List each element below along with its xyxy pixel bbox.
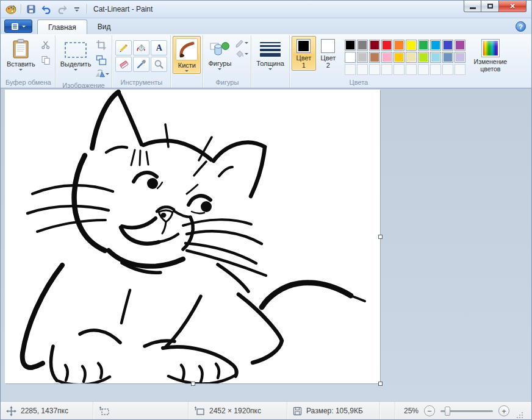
group-colors: Цвет1 Цвет2 Изменение цветов Цвета bbox=[290, 35, 531, 88]
shapes-button[interactable]: Фигуры bbox=[205, 36, 234, 72]
image-size-icon bbox=[194, 406, 205, 416]
shape-fill-button[interactable] bbox=[235, 49, 248, 59]
resize-icon bbox=[96, 55, 107, 66]
copy-icon bbox=[41, 55, 51, 65]
palette-swatch[interactable] bbox=[442, 52, 453, 63]
text-tool-icon: A bbox=[156, 44, 162, 52]
group-label-colors: Цвета bbox=[292, 78, 530, 88]
select-button[interactable]: Выделить bbox=[57, 36, 95, 73]
palette-swatch-empty bbox=[345, 64, 356, 75]
pencil-tool-button[interactable] bbox=[115, 40, 132, 55]
window-controls: ✕ bbox=[464, 1, 527, 12]
magnifier-tool-button[interactable] bbox=[151, 57, 167, 72]
palette-swatch-empty bbox=[442, 64, 453, 75]
color1-button[interactable]: Цвет1 bbox=[292, 36, 316, 71]
canvas-resize-handle-right[interactable] bbox=[378, 235, 383, 239]
palette-swatch[interactable] bbox=[442, 40, 453, 51]
edit-colors-button[interactable]: Изменение цветов bbox=[469, 36, 512, 74]
palette-swatch[interactable] bbox=[455, 52, 466, 63]
group-tools: A Инструменты bbox=[112, 35, 171, 88]
size-button[interactable]: Толщина bbox=[253, 36, 287, 72]
palette-swatch[interactable] bbox=[430, 52, 441, 63]
zoom-slider[interactable] bbox=[440, 410, 493, 412]
shapes-icon bbox=[210, 40, 229, 59]
resize-button[interactable] bbox=[95, 54, 108, 67]
quick-access-toolbar bbox=[4, 3, 88, 15]
redo-button[interactable] bbox=[55, 3, 68, 15]
color1-swatch bbox=[297, 39, 311, 53]
outline-pencil-icon bbox=[235, 38, 245, 48]
title-bar: Cat-Lineart - Paint ✕ bbox=[1, 1, 531, 18]
palette-swatch[interactable] bbox=[345, 52, 356, 63]
help-button[interactable]: ? bbox=[516, 21, 526, 32]
color-picker-tool-button[interactable] bbox=[133, 57, 149, 72]
scissors-icon bbox=[41, 40, 51, 50]
palette-swatch-empty bbox=[381, 64, 392, 75]
palette-swatch[interactable] bbox=[455, 40, 466, 51]
file-size-disk-icon bbox=[293, 407, 302, 416]
zoom-out-button[interactable]: − bbox=[424, 405, 435, 416]
palette-swatch[interactable] bbox=[406, 40, 417, 51]
palette-swatch[interactable] bbox=[369, 52, 380, 63]
application-menu-button[interactable] bbox=[4, 20, 32, 33]
palette-swatch-empty bbox=[369, 64, 380, 75]
status-bar: 2285, 1437пкс 2452 × 1920пкс Размер: 105… bbox=[1, 401, 531, 420]
maximize-button[interactable] bbox=[481, 1, 499, 12]
palette-swatch[interactable] bbox=[394, 40, 404, 51]
minus-icon: − bbox=[427, 407, 432, 415]
fill-shape-icon bbox=[235, 49, 245, 59]
copy-button[interactable] bbox=[39, 54, 52, 67]
work-area bbox=[1, 88, 531, 401]
canvas-resize-handle-corner[interactable] bbox=[378, 382, 383, 386]
palette-swatch[interactable] bbox=[430, 40, 441, 51]
group-brushes: Кисти bbox=[171, 35, 203, 88]
paint-window: Cat-Lineart - Paint ✕ Главная Вид ? Вста… bbox=[0, 0, 532, 420]
zoom-slider-handle[interactable] bbox=[445, 407, 450, 416]
group-label-brushes bbox=[173, 78, 201, 88]
minimize-button[interactable] bbox=[464, 1, 481, 12]
rotate-button[interactable] bbox=[95, 69, 109, 79]
cut-button[interactable] bbox=[39, 38, 52, 52]
shape-outline-button[interactable] bbox=[235, 38, 248, 48]
group-label-clipboard: Буфер обмена bbox=[4, 78, 53, 88]
palette-swatch[interactable] bbox=[345, 40, 356, 51]
save-button[interactable] bbox=[24, 3, 38, 15]
crop-button[interactable] bbox=[95, 38, 108, 52]
palette-swatch[interactable] bbox=[381, 52, 392, 63]
clipboard-icon bbox=[12, 38, 30, 59]
paste-button[interactable]: Вставить bbox=[4, 36, 38, 73]
group-size: Толщина bbox=[251, 35, 290, 88]
crop-icon bbox=[96, 40, 107, 51]
group-image: Выделить Изображение bbox=[56, 35, 113, 88]
fill-bucket-icon bbox=[136, 43, 146, 53]
undo-button[interactable] bbox=[40, 3, 53, 15]
palette-swatch[interactable] bbox=[406, 52, 417, 63]
color-palette bbox=[345, 40, 466, 76]
canvas[interactable] bbox=[5, 90, 380, 383]
text-tool-button[interactable]: A bbox=[151, 40, 167, 55]
eraser-tool-button[interactable] bbox=[115, 57, 132, 72]
status-file-size: Размер: 105,9КБ bbox=[287, 402, 380, 420]
palette-swatch[interactable] bbox=[381, 40, 392, 51]
resize-grip[interactable] bbox=[516, 411, 523, 419]
palette-swatch-empty bbox=[418, 64, 429, 75]
customize-toolbar-dropdown[interactable] bbox=[70, 3, 84, 15]
palette-swatch[interactable] bbox=[357, 52, 368, 63]
brushes-button[interactable]: Кисти bbox=[173, 36, 201, 74]
color2-button[interactable]: Цвет2 bbox=[316, 36, 340, 71]
fill-tool-button[interactable] bbox=[133, 40, 149, 55]
canvas-resize-handle-bottom[interactable] bbox=[191, 382, 195, 386]
close-icon: ✕ bbox=[509, 2, 515, 10]
zoom-in-button[interactable]: + bbox=[498, 405, 509, 416]
tab-home[interactable]: Главная bbox=[37, 20, 87, 34]
close-button[interactable]: ✕ bbox=[499, 1, 527, 12]
palette-swatch[interactable] bbox=[394, 52, 404, 63]
palette-swatch[interactable] bbox=[369, 40, 380, 51]
palette-swatch[interactable] bbox=[418, 52, 429, 63]
plus-icon: + bbox=[501, 407, 506, 415]
tab-view[interactable]: Вид bbox=[87, 20, 121, 34]
palette-swatch-empty bbox=[406, 64, 417, 75]
palette-swatch[interactable] bbox=[357, 40, 368, 51]
palette-swatch[interactable] bbox=[418, 40, 429, 51]
selection-size-icon bbox=[99, 406, 110, 416]
